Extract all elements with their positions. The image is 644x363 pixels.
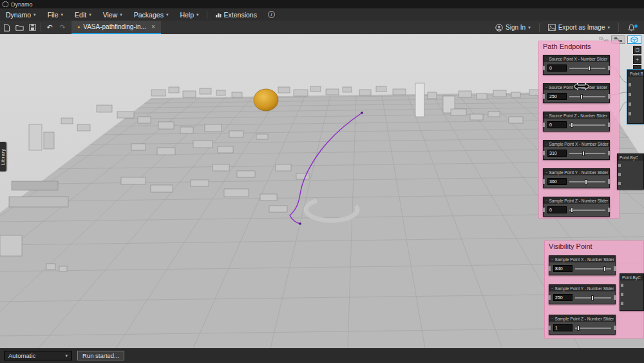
- number-slider-node[interactable]: − Sample Point Y - Number Slider 250: [549, 284, 616, 304]
- input-port[interactable]: [621, 293, 623, 296]
- slider-value[interactable]: 0: [547, 206, 567, 213]
- point-node-partial[interactable]: Point.ByC: [617, 153, 644, 190]
- open-file-button[interactable]: [13, 21, 26, 34]
- slider-track[interactable]: [569, 153, 605, 154]
- collapse-icon[interactable]: −: [551, 257, 554, 261]
- slider-track[interactable]: [569, 124, 605, 126]
- slider-handle[interactable]: [588, 66, 591, 71]
- tab-vasa-pathfinding[interactable]: ● VASA-pathfinding-in... ×: [71, 21, 161, 34]
- geometry-view-button[interactable]: [627, 35, 641, 44]
- info-icon[interactable]: i: [268, 11, 275, 18]
- collapse-icon[interactable]: −: [545, 142, 548, 146]
- slider-handle[interactable]: [571, 123, 573, 128]
- slider-track[interactable]: [569, 96, 605, 97]
- point-node-partial[interactable]: Point.ByC: [627, 70, 644, 124]
- number-slider-node[interactable]: − Sample Point Z - Number Slider 0: [543, 197, 610, 217]
- output-port[interactable]: [608, 66, 610, 70]
- export-image-button[interactable]: Export as Image ▾: [545, 24, 613, 31]
- slider-handle[interactable]: [577, 326, 580, 331]
- number-slider-node[interactable]: − Sample Point X - Number Slider 840: [549, 255, 616, 275]
- slider-value[interactable]: 840: [553, 265, 573, 272]
- run-button[interactable]: Run started...: [77, 351, 124, 360]
- slider-track[interactable]: [575, 297, 611, 299]
- node-header[interactable]: − Sample Point Z - Number Slider: [544, 197, 609, 204]
- menu-file[interactable]: File ▾: [42, 8, 69, 21]
- node-header[interactable]: − Sample Point Z - Number Slider: [549, 315, 615, 322]
- menu-dynamo[interactable]: Dynamo ▾: [0, 8, 42, 21]
- input-port[interactable]: [629, 112, 631, 115]
- input-port[interactable]: [543, 66, 545, 70]
- input-port[interactable]: [629, 83, 631, 86]
- output-port[interactable]: [608, 179, 610, 184]
- menu-extensions[interactable]: Extensions: [209, 8, 263, 21]
- slider-value[interactable]: 250: [547, 93, 567, 100]
- number-slider-node[interactable]: − Source Point X - Number Slider 0: [543, 55, 610, 75]
- node-header[interactable]: − Source Point X - Number Slider: [544, 55, 609, 62]
- number-slider-node[interactable]: − Sample Point Z - Number Slider 1: [549, 315, 616, 335]
- input-port[interactable]: [618, 182, 621, 185]
- input-port[interactable]: [621, 284, 623, 287]
- slider-track[interactable]: [575, 328, 611, 329]
- node-header[interactable]: − Sample Point Y - Number Slider: [544, 169, 609, 175]
- redo-button[interactable]: ↷: [56, 21, 69, 34]
- collapse-icon[interactable]: −: [545, 113, 548, 117]
- collapse-icon[interactable]: −: [545, 199, 548, 202]
- input-port[interactable]: [549, 326, 551, 330]
- collapse-icon[interactable]: −: [551, 286, 554, 290]
- tab-close-icon[interactable]: ×: [151, 23, 155, 30]
- collapse-icon[interactable]: −: [545, 170, 548, 174]
- node-header[interactable]: − Sample Point X - Number Slider: [544, 141, 609, 147]
- collapse-icon[interactable]: −: [545, 85, 548, 89]
- sign-in-button[interactable]: Sign In ▾: [492, 24, 534, 32]
- node-header[interactable]: − Source Point Y - Number Slider: [544, 84, 609, 90]
- notifications-button[interactable]: [624, 24, 639, 32]
- slider-value[interactable]: 0: [547, 121, 567, 128]
- save-button[interactable]: [26, 21, 39, 34]
- number-slider-node[interactable]: − Sample Point X - Number Slider 310: [543, 140, 610, 160]
- zoom-fit-button[interactable]: ⊡: [633, 46, 641, 54]
- group-title[interactable]: Path Endpoints: [539, 41, 619, 52]
- library-flyout-tab[interactable]: Library: [0, 142, 6, 172]
- group-path-endpoints[interactable]: Path Endpoints − Source Point X - Number…: [538, 41, 620, 219]
- collapse-icon[interactable]: −: [551, 317, 554, 320]
- node-header[interactable]: − Sample Point X - Number Slider: [549, 256, 615, 262]
- slider-handle[interactable]: [580, 94, 583, 99]
- new-file-button[interactable]: [0, 21, 13, 34]
- output-port[interactable]: [608, 151, 610, 155]
- number-slider-node[interactable]: − Source Point Z - Number Slider 0: [543, 112, 610, 132]
- slider-track[interactable]: [575, 268, 611, 270]
- output-port[interactable]: [614, 326, 616, 330]
- number-slider-node[interactable]: − Sample Point Y - Number Slider 360: [543, 168, 610, 188]
- input-port[interactable]: [543, 123, 545, 127]
- slider-value[interactable]: 250: [553, 294, 573, 301]
- slider-value[interactable]: 310: [547, 150, 567, 157]
- slider-handle[interactable]: [571, 208, 573, 213]
- output-port[interactable]: [608, 123, 610, 127]
- input-port[interactable]: [549, 295, 551, 300]
- input-port[interactable]: [549, 266, 551, 271]
- slider-handle[interactable]: [591, 295, 594, 300]
- menu-view[interactable]: View ▾: [97, 8, 128, 21]
- slider-value[interactable]: 1: [553, 324, 573, 331]
- undo-button[interactable]: ↶: [43, 21, 56, 34]
- output-port[interactable]: [608, 208, 610, 212]
- output-port[interactable]: [614, 266, 616, 271]
- menu-edit[interactable]: Edit ▾: [69, 8, 97, 21]
- slider-track[interactable]: [569, 181, 605, 182]
- slider-track[interactable]: [569, 210, 605, 211]
- input-port[interactable]: [543, 179, 545, 184]
- input-port[interactable]: [543, 94, 545, 99]
- group-title[interactable]: Visibility Point: [545, 241, 643, 251]
- input-port[interactable]: [543, 208, 545, 212]
- input-port[interactable]: [543, 151, 545, 155]
- slider-track[interactable]: [569, 68, 605, 69]
- run-mode-dropdown[interactable]: Automatic ▾: [4, 351, 72, 360]
- input-port[interactable]: [618, 164, 621, 167]
- slider-handle[interactable]: [582, 151, 585, 156]
- input-port[interactable]: [621, 302, 623, 305]
- input-port[interactable]: [629, 103, 631, 106]
- slider-value[interactable]: 360: [547, 178, 567, 185]
- zoom-in-button[interactable]: +: [633, 55, 641, 64]
- menu-help[interactable]: Help ▾: [174, 8, 204, 21]
- output-port[interactable]: [614, 295, 616, 300]
